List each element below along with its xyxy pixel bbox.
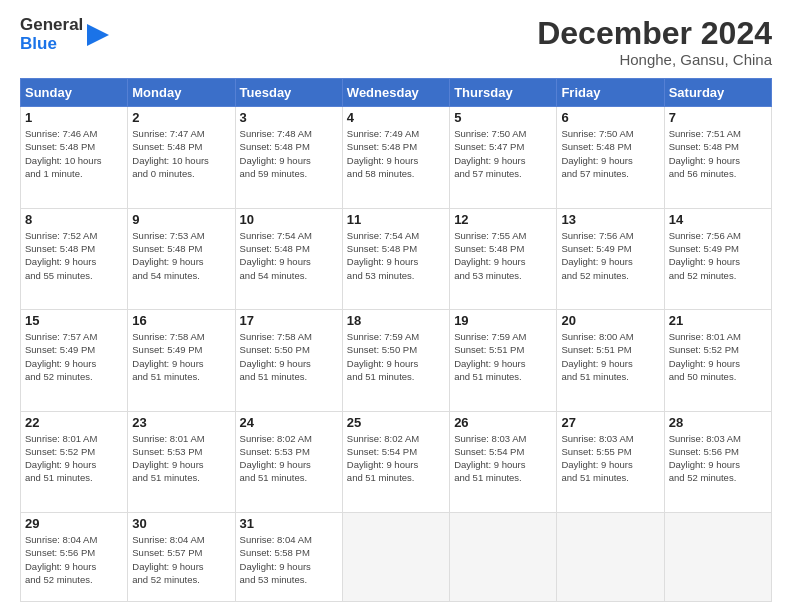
title-block: December 2024 Honghe, Gansu, China [537,16,772,68]
day-info: Sunrise: 7:54 AMSunset: 5:48 PMDaylight:… [240,229,338,282]
day-number: 1 [25,110,123,125]
day-info: Sunrise: 8:04 AMSunset: 5:57 PMDaylight:… [132,533,230,586]
logo-general: General [20,16,83,35]
day-number: 9 [132,212,230,227]
day-info: Sunrise: 8:03 AMSunset: 5:56 PMDaylight:… [669,432,767,485]
col-friday: Friday [557,79,664,107]
table-row: 24 Sunrise: 8:02 AMSunset: 5:53 PMDaylig… [235,411,342,512]
table-row: 7 Sunrise: 7:51 AMSunset: 5:48 PMDayligh… [664,107,771,208]
day-number: 27 [561,415,659,430]
calendar-week-row: 29 Sunrise: 8:04 AMSunset: 5:56 PMDaylig… [21,513,772,602]
day-number: 23 [132,415,230,430]
table-row: 15 Sunrise: 7:57 AMSunset: 5:49 PMDaylig… [21,310,128,411]
day-info: Sunrise: 7:50 AMSunset: 5:47 PMDaylight:… [454,127,552,180]
table-row: 14 Sunrise: 7:56 AMSunset: 5:49 PMDaylig… [664,208,771,309]
day-info: Sunrise: 8:04 AMSunset: 5:56 PMDaylight:… [25,533,123,586]
day-info: Sunrise: 7:50 AMSunset: 5:48 PMDaylight:… [561,127,659,180]
day-number: 14 [669,212,767,227]
table-row: 1 Sunrise: 7:46 AMSunset: 5:48 PMDayligh… [21,107,128,208]
col-saturday: Saturday [664,79,771,107]
month-title: December 2024 [537,16,772,51]
day-number: 5 [454,110,552,125]
day-number: 2 [132,110,230,125]
day-info: Sunrise: 7:59 AMSunset: 5:50 PMDaylight:… [347,330,445,383]
day-info: Sunrise: 8:01 AMSunset: 5:53 PMDaylight:… [132,432,230,485]
table-row: 8 Sunrise: 7:52 AMSunset: 5:48 PMDayligh… [21,208,128,309]
table-row: 23 Sunrise: 8:01 AMSunset: 5:53 PMDaylig… [128,411,235,512]
day-number: 31 [240,516,338,531]
table-row: 25 Sunrise: 8:02 AMSunset: 5:54 PMDaylig… [342,411,449,512]
table-row: 6 Sunrise: 7:50 AMSunset: 5:48 PMDayligh… [557,107,664,208]
day-info: Sunrise: 7:46 AMSunset: 5:48 PMDaylight:… [25,127,123,180]
calendar-week-row: 22 Sunrise: 8:01 AMSunset: 5:52 PMDaylig… [21,411,772,512]
day-number: 29 [25,516,123,531]
table-row: 27 Sunrise: 8:03 AMSunset: 5:55 PMDaylig… [557,411,664,512]
col-wednesday: Wednesday [342,79,449,107]
day-info: Sunrise: 7:56 AMSunset: 5:49 PMDaylight:… [561,229,659,282]
table-row [450,513,557,602]
day-number: 21 [669,313,767,328]
day-info: Sunrise: 8:01 AMSunset: 5:52 PMDaylight:… [25,432,123,485]
table-row [664,513,771,602]
day-number: 3 [240,110,338,125]
table-row: 4 Sunrise: 7:49 AMSunset: 5:48 PMDayligh… [342,107,449,208]
day-number: 11 [347,212,445,227]
day-info: Sunrise: 7:51 AMSunset: 5:48 PMDaylight:… [669,127,767,180]
calendar-header-row: Sunday Monday Tuesday Wednesday Thursday… [21,79,772,107]
day-info: Sunrise: 8:01 AMSunset: 5:52 PMDaylight:… [669,330,767,383]
col-thursday: Thursday [450,79,557,107]
logo-blue: Blue [20,35,83,54]
table-row: 21 Sunrise: 8:01 AMSunset: 5:52 PMDaylig… [664,310,771,411]
calendar-table: Sunday Monday Tuesday Wednesday Thursday… [20,78,772,602]
logo: General Blue [20,16,109,53]
day-info: Sunrise: 8:03 AMSunset: 5:54 PMDaylight:… [454,432,552,485]
day-info: Sunrise: 7:55 AMSunset: 5:48 PMDaylight:… [454,229,552,282]
day-number: 16 [132,313,230,328]
calendar-week-row: 8 Sunrise: 7:52 AMSunset: 5:48 PMDayligh… [21,208,772,309]
col-monday: Monday [128,79,235,107]
day-number: 17 [240,313,338,328]
table-row: 12 Sunrise: 7:55 AMSunset: 5:48 PMDaylig… [450,208,557,309]
day-number: 15 [25,313,123,328]
day-info: Sunrise: 7:52 AMSunset: 5:48 PMDaylight:… [25,229,123,282]
table-row: 2 Sunrise: 7:47 AMSunset: 5:48 PMDayligh… [128,107,235,208]
day-number: 8 [25,212,123,227]
table-row: 20 Sunrise: 8:00 AMSunset: 5:51 PMDaylig… [557,310,664,411]
day-number: 13 [561,212,659,227]
table-row: 29 Sunrise: 8:04 AMSunset: 5:56 PMDaylig… [21,513,128,602]
table-row: 13 Sunrise: 7:56 AMSunset: 5:49 PMDaylig… [557,208,664,309]
day-info: Sunrise: 7:58 AMSunset: 5:50 PMDaylight:… [240,330,338,383]
col-tuesday: Tuesday [235,79,342,107]
table-row: 28 Sunrise: 8:03 AMSunset: 5:56 PMDaylig… [664,411,771,512]
col-sunday: Sunday [21,79,128,107]
svg-marker-0 [87,24,109,46]
day-number: 6 [561,110,659,125]
day-number: 4 [347,110,445,125]
day-info: Sunrise: 8:04 AMSunset: 5:58 PMDaylight:… [240,533,338,586]
day-number: 30 [132,516,230,531]
day-number: 18 [347,313,445,328]
day-info: Sunrise: 7:47 AMSunset: 5:48 PMDaylight:… [132,127,230,180]
table-row: 3 Sunrise: 7:48 AMSunset: 5:48 PMDayligh… [235,107,342,208]
day-info: Sunrise: 7:59 AMSunset: 5:51 PMDaylight:… [454,330,552,383]
table-row: 16 Sunrise: 7:58 AMSunset: 5:49 PMDaylig… [128,310,235,411]
day-number: 22 [25,415,123,430]
day-number: 7 [669,110,767,125]
day-number: 24 [240,415,338,430]
logo-arrow-icon [87,24,109,46]
table-row: 11 Sunrise: 7:54 AMSunset: 5:48 PMDaylig… [342,208,449,309]
day-info: Sunrise: 8:02 AMSunset: 5:53 PMDaylight:… [240,432,338,485]
table-row: 30 Sunrise: 8:04 AMSunset: 5:57 PMDaylig… [128,513,235,602]
calendar-week-row: 1 Sunrise: 7:46 AMSunset: 5:48 PMDayligh… [21,107,772,208]
location: Honghe, Gansu, China [537,51,772,68]
header: General Blue December 2024 Honghe, Gansu… [20,16,772,68]
day-info: Sunrise: 8:03 AMSunset: 5:55 PMDaylight:… [561,432,659,485]
day-info: Sunrise: 7:48 AMSunset: 5:48 PMDaylight:… [240,127,338,180]
day-number: 26 [454,415,552,430]
day-info: Sunrise: 8:00 AMSunset: 5:51 PMDaylight:… [561,330,659,383]
day-info: Sunrise: 7:49 AMSunset: 5:48 PMDaylight:… [347,127,445,180]
table-row: 19 Sunrise: 7:59 AMSunset: 5:51 PMDaylig… [450,310,557,411]
day-info: Sunrise: 7:58 AMSunset: 5:49 PMDaylight:… [132,330,230,383]
calendar-week-row: 15 Sunrise: 7:57 AMSunset: 5:49 PMDaylig… [21,310,772,411]
day-info: Sunrise: 8:02 AMSunset: 5:54 PMDaylight:… [347,432,445,485]
